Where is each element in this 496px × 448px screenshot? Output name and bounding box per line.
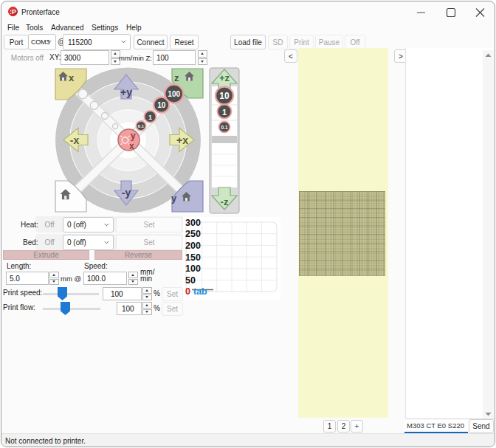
svg-text:1: 1 xyxy=(148,114,152,121)
svg-text:0.1: 0.1 xyxy=(138,124,145,128)
svg-text:-y: -y xyxy=(122,187,131,199)
svg-text:250: 250 xyxy=(185,229,201,239)
svg-text:+z: +z xyxy=(219,72,230,83)
svg-text:+x: +x xyxy=(176,134,188,146)
svg-text:tab: tab xyxy=(193,286,207,297)
svg-text:300: 300 xyxy=(185,218,201,228)
svg-text:100: 100 xyxy=(185,263,201,274)
svg-text:+y: +y xyxy=(120,86,132,98)
svg-text:0: 0 xyxy=(185,286,190,297)
svg-text:200: 200 xyxy=(185,241,201,251)
svg-text:y: y xyxy=(171,193,177,204)
svg-text:100: 100 xyxy=(168,90,180,98)
svg-text:0.1: 0.1 xyxy=(221,125,227,130)
svg-text:1: 1 xyxy=(222,108,227,117)
svg-text:y: y xyxy=(131,131,136,141)
svg-text:150: 150 xyxy=(185,252,201,263)
svg-text:10: 10 xyxy=(219,91,230,101)
svg-text:x: x xyxy=(129,141,134,151)
svg-text:-z: -z xyxy=(221,196,229,207)
svg-text:-x: -x xyxy=(70,134,80,146)
svg-text:x: x xyxy=(69,72,75,83)
svg-text:z: z xyxy=(174,72,179,83)
svg-text:50: 50 xyxy=(185,275,196,286)
svg-text:10: 10 xyxy=(157,101,166,109)
